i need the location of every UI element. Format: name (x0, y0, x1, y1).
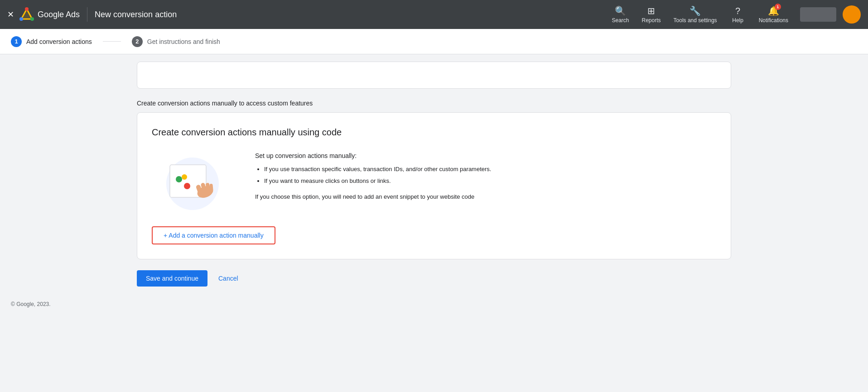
account-selector[interactable] (800, 7, 836, 22)
cancel-button[interactable]: Cancel (215, 270, 242, 287)
search-label: Search (612, 17, 629, 24)
svg-point-2 (19, 17, 23, 21)
main-content: Create conversion actions manually to ac… (126, 62, 742, 297)
profile-area (800, 5, 861, 24)
setup-note: If you choose this option, you will need… (255, 192, 716, 201)
nav-actions: 🔍 Search ⊞ Reports 🔧 Tools and settings … (608, 3, 861, 26)
app-name-label: Google Ads (38, 10, 80, 19)
add-manually-button[interactable]: + Add a conversion action manually (152, 226, 275, 244)
notifications-label: Notifications (759, 17, 788, 24)
card-body: Set up conversion actions manually: If y… (152, 152, 716, 215)
bullet-1: If you use transaction specific values, … (264, 165, 716, 174)
step-2-label: Get instructions and finish (147, 38, 220, 45)
step-1-label: Add conversion actions (26, 38, 92, 45)
notifications-icon: 🔔 1 (768, 5, 779, 16)
setup-title: Set up conversion actions manually: (255, 152, 716, 159)
step-2-number: 2 (132, 36, 143, 47)
card-illustration (152, 152, 233, 215)
page-title: New conversion action (95, 10, 177, 19)
bullet-2: If you want to measure clicks on buttons… (264, 177, 716, 186)
step-separator (103, 41, 121, 42)
svg-point-3 (30, 17, 34, 21)
nav-divider (87, 7, 87, 22)
step-1: 1 Add conversion actions (11, 36, 92, 47)
copyright-text: © Google, 2023. (11, 301, 51, 307)
reports-label: Reports (642, 17, 661, 24)
step-2: 2 Get instructions and finish (132, 36, 220, 47)
svg-point-8 (184, 183, 190, 189)
app-logo: Google Ads (19, 7, 80, 22)
search-icon: 🔍 (615, 5, 626, 16)
step-1-number: 1 (11, 36, 22, 47)
search-nav-item[interactable]: 🔍 Search (608, 3, 634, 26)
illustration-svg (156, 152, 229, 215)
notification-badge: 1 (775, 4, 781, 10)
page-footer: © Google, 2023. (0, 297, 868, 315)
close-button[interactable]: ✕ (7, 10, 14, 19)
user-avatar[interactable] (843, 5, 861, 24)
manual-conversion-card: Create conversion actions manually using… (137, 112, 731, 259)
reports-nav-item[interactable]: ⊞ Reports (637, 3, 665, 26)
help-label: Help (732, 17, 743, 24)
card-title: Create conversion actions manually using… (152, 127, 716, 138)
save-continue-button[interactable]: Save and continue (137, 270, 207, 287)
reports-icon: ⊞ (647, 5, 655, 16)
help-icon: ? (735, 6, 740, 16)
stepper: 1 Add conversion actions 2 Get instructi… (0, 29, 868, 54)
setup-bullets: If you use transaction specific values, … (255, 165, 716, 185)
svg-point-7 (176, 176, 182, 182)
svg-point-4 (25, 7, 29, 11)
tools-label: Tools and settings (674, 17, 717, 24)
tools-nav-item[interactable]: 🔧 Tools and settings (669, 3, 722, 26)
scrolled-card (137, 62, 731, 89)
section-label: Create conversion actions manually to ac… (137, 100, 731, 107)
google-ads-logo-icon (19, 7, 34, 22)
tools-icon: 🔧 (690, 5, 701, 16)
footer-actions: Save and continue Cancel (137, 270, 731, 287)
card-description: Set up conversion actions manually: If y… (255, 152, 716, 201)
help-nav-item[interactable]: ? Help (725, 3, 751, 26)
notifications-nav-item[interactable]: 🔔 1 Notifications (754, 3, 793, 26)
top-navigation: ✕ Google Ads New conversion action 🔍 Sea… (0, 0, 868, 29)
svg-point-9 (182, 174, 187, 180)
